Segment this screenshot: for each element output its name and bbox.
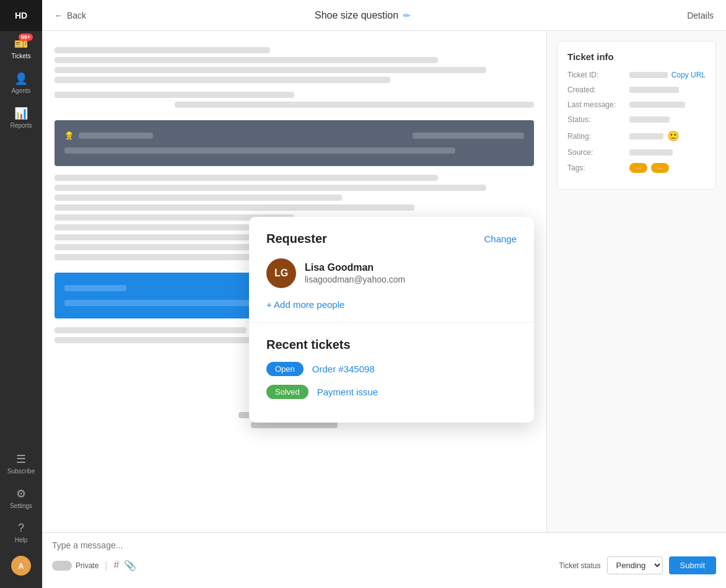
- sidebar-label-subscribe: Subscribe: [7, 468, 35, 475]
- divider-1: |: [105, 560, 107, 571]
- hash-icon[interactable]: #: [114, 559, 120, 571]
- ticket-id-value: [629, 72, 668, 78]
- agent-message: 👷: [55, 120, 534, 166]
- main-area: ← Back Shoe size question ✏ Details: [42, 0, 726, 588]
- sidebar-item-reports[interactable]: 📊 Reports: [0, 100, 42, 135]
- compose-input[interactable]: [52, 540, 716, 550]
- tickets-badge: 99+: [19, 33, 33, 41]
- topbar-title: Shoe size question ✏: [98, 10, 627, 21]
- status-value: [629, 116, 670, 123]
- sidebar-label-settings: Settings: [10, 502, 32, 509]
- compose-footer: Private | # 📎 Ticket status Pending Subm…: [52, 556, 716, 574]
- requester-avatar: LG: [266, 258, 296, 288]
- tags-label: Tags:: [567, 164, 629, 172]
- requester-header: Requester Change: [266, 232, 517, 246]
- ticket-title: Shoe size question: [315, 10, 398, 21]
- private-toggle-wrap: Private: [52, 561, 98, 571]
- copy-url-button[interactable]: Copy URL: [671, 71, 706, 79]
- requester-email: lisagoodman@yahoo.com: [305, 274, 405, 284]
- change-button[interactable]: Change: [484, 234, 517, 244]
- thread-area[interactable]: 👷: [42, 31, 546, 532]
- edit-icon[interactable]: ✏: [403, 11, 411, 20]
- private-label: Private: [76, 561, 98, 570]
- sidebar-label-reports: Reports: [10, 122, 32, 129]
- sidebar-label-agents: Agents: [11, 87, 30, 94]
- sidebar-logo: HD: [0, 0, 42, 31]
- ticket-link-2[interactable]: Payment issue: [317, 387, 378, 397]
- rating-row: Rating: 🙂: [567, 130, 706, 142]
- rating-value: [629, 133, 663, 139]
- right-panel: Ticket info Ticket ID: Copy URL Created:…: [546, 31, 726, 532]
- sidebar-bottom: ☰ Subscribe ⚙ Settings ? Help A: [7, 446, 35, 588]
- created-label: Created:: [567, 86, 629, 94]
- requester-title: Requester: [266, 232, 327, 246]
- back-button[interactable]: ← Back: [55, 11, 86, 20]
- sidebar-item-settings[interactable]: ⚙ Settings: [7, 481, 35, 516]
- tickets-icon: 🎫 99+: [14, 37, 28, 51]
- status-select[interactable]: Pending: [607, 556, 663, 574]
- details-tab[interactable]: Details: [639, 11, 714, 20]
- ticket-id-row: Ticket ID: Copy URL: [567, 71, 706, 79]
- avatar[interactable]: A: [11, 556, 31, 576]
- tags-row: Tags: ··· ···: [567, 163, 706, 173]
- compose-icons: # 📎: [114, 559, 137, 571]
- add-people-button[interactable]: + Add more people: [266, 299, 517, 310]
- requester-name: Lisa Goodman: [305, 262, 405, 273]
- status-badge-solved: Solved: [266, 385, 308, 399]
- back-arrow-icon: ←: [55, 11, 63, 20]
- reports-icon: 📊: [14, 107, 28, 120]
- sidebar-item-agents[interactable]: 👤 Agents: [0, 66, 42, 100]
- compose-area: Private | # 📎 Ticket status Pending Subm…: [42, 532, 726, 588]
- sidebar-label-help: Help: [15, 537, 28, 543]
- ticket-id-label: Ticket ID:: [567, 71, 629, 79]
- sidebar-item-subscribe[interactable]: ☰ Subscribe: [7, 446, 35, 481]
- source-label: Source:: [567, 148, 629, 157]
- status-row: Status:: [567, 115, 706, 124]
- status-badge-open: Open: [266, 362, 304, 376]
- recent-tickets-section: Recent tickets Open Order #345098 Solved…: [249, 323, 534, 423]
- sidebar-item-tickets[interactable]: 🎫 99+ Tickets: [0, 31, 42, 66]
- ticket-info-card: Ticket info Ticket ID: Copy URL Created:…: [557, 41, 716, 190]
- rating-emoji-icon: 🙂: [667, 130, 680, 142]
- compose-right: Ticket status Pending Submit: [559, 556, 716, 574]
- sidebar-label-tickets: Tickets: [11, 53, 30, 59]
- tag-2: ···: [651, 163, 669, 173]
- ticket-status-label: Ticket status: [559, 561, 601, 570]
- tag-1: ···: [629, 163, 647, 173]
- created-row: Created:: [567, 86, 706, 94]
- help-icon: ?: [18, 522, 24, 535]
- content-split: 👷: [42, 31, 726, 532]
- status-label: Status:: [567, 115, 629, 124]
- ticket-row-2: Solved Payment issue: [266, 385, 517, 399]
- app-wrapper: HD 🎫 99+ Tickets 👤 Agents 📊 Reports ☰ Su…: [0, 0, 726, 588]
- back-label: Back: [67, 11, 86, 20]
- topbar: ← Back Shoe size question ✏ Details: [42, 0, 726, 31]
- subscribe-icon: ☰: [16, 452, 26, 466]
- agent-icon: 👷: [64, 131, 74, 140]
- private-toggle[interactable]: [52, 561, 72, 571]
- last-message-label: Last message:: [567, 100, 629, 109]
- settings-icon: ⚙: [16, 487, 26, 501]
- last-message-row: Last message:: [567, 100, 706, 109]
- requester-section: Requester Change LG Lisa Goodman lisagoo…: [249, 217, 534, 323]
- rating-label: Rating:: [567, 132, 629, 141]
- recent-tickets-title: Recent tickets: [266, 338, 517, 352]
- last-message-value: [629, 102, 685, 108]
- sidebar-item-help[interactable]: ? Help: [7, 516, 35, 550]
- attachment-icon[interactable]: 📎: [124, 559, 136, 571]
- tags-container: ··· ···: [629, 163, 669, 173]
- floating-panel: Requester Change LG Lisa Goodman lisagoo…: [249, 217, 534, 423]
- requester-info: LG Lisa Goodman lisagoodman@yahoo.com: [266, 258, 517, 288]
- agents-icon: 👤: [14, 72, 28, 86]
- ticket-info-title: Ticket info: [567, 51, 706, 62]
- source-row: Source:: [567, 148, 706, 157]
- submit-button[interactable]: Submit: [669, 556, 716, 574]
- sidebar: HD 🎫 99+ Tickets 👤 Agents 📊 Reports ☰ Su…: [0, 0, 42, 588]
- ticket-row-1: Open Order #345098: [266, 362, 517, 376]
- requester-details: Lisa Goodman lisagoodman@yahoo.com: [305, 262, 405, 284]
- message-block-1: [55, 47, 534, 108]
- ticket-link-1[interactable]: Order #345098: [312, 364, 375, 374]
- source-value: [629, 149, 673, 156]
- created-value: [629, 87, 679, 93]
